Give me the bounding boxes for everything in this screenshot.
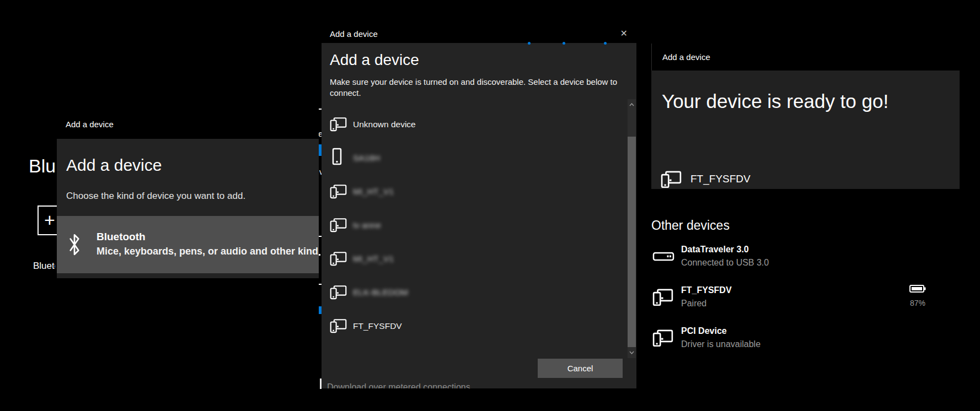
pc-and-phone-icon — [330, 284, 347, 300]
bluetooth-toggle-label-clipped: Bluetooth — [33, 261, 55, 272]
add-device-discovery-dialog: Add a device ✕ Add a device Make sure yo… — [322, 25, 636, 388]
other-device-status: Paired — [681, 299, 706, 309]
other-device-name: PCI Device — [681, 326, 727, 336]
other-device-row[interactable]: PCI DeviceDriver is unavailable — [651, 325, 905, 358]
center-dialog-instructions: Make sure your device is turned on and d… — [330, 77, 630, 99]
other-device-status: Driver is unavailable — [681, 339, 761, 349]
right-dialog-title: Add a device — [662, 52, 710, 62]
battery-icon — [909, 284, 926, 293]
close-icon[interactable]: ✕ — [620, 28, 628, 39]
device-name: ELK-BLEDOM — [353, 288, 408, 298]
device-name: MI_HT_V1 — [353, 187, 394, 197]
scroll-up-icon[interactable] — [628, 99, 636, 110]
device-name: SA18H — [353, 153, 380, 163]
left-dialog-subtitle: Choose the kind of device you want to ad… — [66, 191, 245, 202]
bluetooth-icon — [68, 231, 81, 260]
battery-indicator: 87% — [907, 284, 928, 307]
device-list-item[interactable]: Unknown device — [322, 113, 619, 139]
pc-and-phone-icon — [661, 170, 682, 188]
device-name: FT_FYSFDV — [353, 321, 402, 331]
paired-device-name: FT_FYSFDV — [690, 173, 751, 185]
progress-dot — [563, 42, 565, 45]
device-list-item[interactable]: ELK-BLEDOM — [322, 281, 619, 307]
paired-device-icon-slot — [661, 170, 682, 191]
pc-and-phone-icon — [330, 183, 347, 199]
pc-and-phone-icon — [330, 116, 347, 132]
center-dialog-title: Add a device — [330, 29, 378, 39]
other-devices-heading: Other devices — [651, 218, 730, 233]
choose-device-kind-dialog: Add a device Add a device Choose the kin… — [57, 112, 319, 278]
phone-icon — [332, 148, 342, 165]
progress-dot — [528, 42, 531, 45]
other-device-row[interactable]: DataTraveler 3.0Connected to USB 3.0 — [651, 243, 905, 276]
left-dialog-titlebar: Add a device — [57, 112, 319, 139]
other-device-status: Connected to USB 3.0 — [681, 258, 769, 268]
cancel-button[interactable]: Cancel — [538, 359, 623, 378]
device-list-item[interactable]: SA18H — [322, 147, 619, 173]
device-list-item[interactable]: MI_HT_V1 — [322, 247, 619, 274]
scrollbar[interactable] — [628, 99, 636, 358]
other-device-row[interactable]: FT_FYSFDVPaired — [651, 284, 905, 317]
device-name: Unknown device — [353, 120, 416, 129]
scroll-down-icon[interactable] — [628, 347, 636, 358]
pc-and-phone-icon — [330, 251, 347, 266]
usb-drive-icon — [652, 250, 674, 263]
pc-and-phone-icon — [330, 217, 347, 232]
battery-percentage: 87% — [907, 299, 928, 307]
device-name: MI_HT_V1 — [353, 254, 394, 264]
pc-and-phone-icon — [652, 328, 673, 347]
scrollbar-thumb[interactable] — [628, 137, 636, 347]
device-ready-panel: Your device is ready to go! FT_FYSFDV — [651, 71, 960, 189]
metered-connections-label-clipped: Download over metered connections — [327, 383, 487, 388]
plus-icon: + — [44, 209, 55, 231]
left-dialog-title: Add a device — [66, 120, 114, 129]
bluetooth-option-title: Bluetooth — [97, 231, 146, 243]
pc-and-phone-icon — [330, 318, 347, 333]
progress-dot — [604, 42, 607, 45]
other-device-name: DataTraveler 3.0 — [681, 245, 749, 255]
device-list-item[interactable]: tv anne — [322, 214, 619, 240]
device-name: tv anne — [353, 220, 381, 230]
other-device-name: FT_FYSFDV — [681, 285, 732, 295]
bluetooth-option-description: Mice, keyboards, pens, or audio and othe… — [97, 246, 318, 257]
left-dialog-heading: Add a device — [66, 156, 162, 175]
settings-page-title-clipped: Bluetooth & other devices — [29, 155, 55, 179]
screenshot: { "colors": { "accent": "#0078d7", "dial… — [0, 0, 980, 411]
device-ready-heading: Your device is ready to go! — [662, 90, 888, 112]
center-dialog-heading: Add a device — [330, 51, 419, 69]
device-list-item[interactable]: MI_HT_V1 — [322, 180, 619, 207]
device-list-item[interactable]: FT_FYSFDV — [322, 315, 619, 341]
device-ready-dialog: Add a device Your device is ready to go!… — [651, 44, 960, 189]
occlusion-fragment — [319, 254, 320, 256]
center-dialog-titlebar: Add a device ✕ — [322, 25, 636, 43]
right-dialog-titlebar: Add a device — [651, 44, 960, 71]
bluetooth-option-row[interactable]: Bluetooth Mice, keyboards, pens, or audi… — [57, 216, 319, 273]
pc-and-phone-icon — [652, 288, 673, 306]
desktop-background: Bluetooth & other devices + Bluetooth e … — [0, 0, 980, 411]
